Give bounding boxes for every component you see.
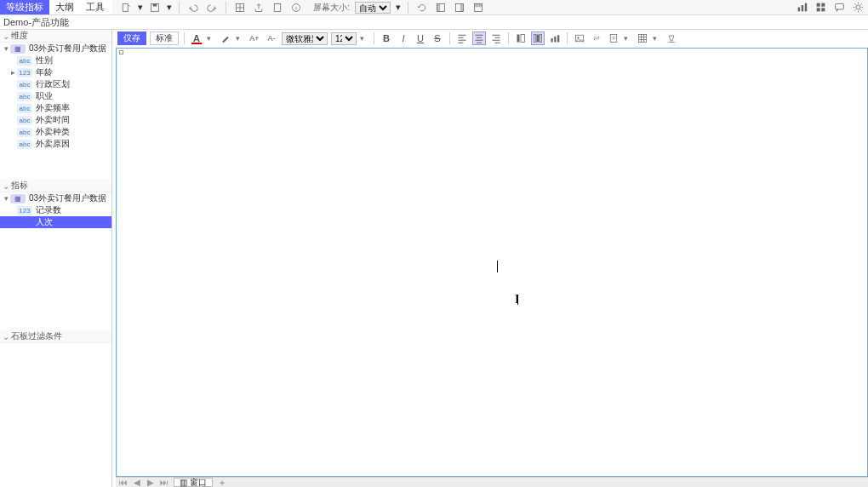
page-tab[interactable]: ▥ 窗口 (174, 478, 213, 487)
screen-size-select[interactable]: 自动 (355, 2, 391, 14)
nav-prev-icon[interactable]: ◀ (133, 478, 141, 487)
save-button[interactable] (148, 1, 162, 14)
info-icon[interactable] (289, 1, 303, 14)
add-page-button[interactable]: ＋ (218, 477, 226, 488)
bottom-bar: ⏮ ◀ ▶ ⏭ ▥ 窗口 ＋ (116, 477, 868, 487)
font-family-select[interactable]: 微软雅黑 (282, 32, 328, 45)
page-icon[interactable] (271, 1, 284, 14)
dim-item[interactable]: abc外卖频率 (0, 102, 111, 114)
metric-root[interactable]: ▾▦ 03外卖订餐用户数据 (0, 192, 111, 204)
insert-chart-button[interactable] (548, 32, 562, 45)
separator (226, 2, 226, 14)
chevron-down-icon: ⌄ (3, 181, 11, 191)
dim-item[interactable]: ▸123年龄 (0, 66, 111, 78)
editor-canvas[interactable]: I (116, 48, 868, 477)
dropdown-icon[interactable]: ▾ (360, 34, 368, 43)
menu-item-indicators[interactable]: 等级指标 (0, 0, 49, 14)
editor-tab-standard[interactable]: 标准 (150, 32, 179, 45)
dropdown-icon[interactable]: ▾ (624, 34, 632, 43)
editor-toolbar: 仅存 标准 A ▾ ▾ A+ A- 微软雅黑 12 ▾ B I U S ▾ ▾ (116, 31, 868, 46)
dropdown-icon[interactable]: ▾ (138, 2, 143, 13)
underline-button[interactable]: U (414, 32, 427, 45)
svg-rect-30 (554, 37, 556, 43)
separator (179, 2, 180, 14)
dim-item[interactable]: abc行政区划 (0, 78, 111, 90)
dropdown-icon[interactable]: ▾ (207, 34, 215, 43)
separator (508, 32, 509, 44)
clear-format-button[interactable] (665, 32, 678, 45)
svg-rect-12 (460, 3, 464, 11)
dropdown-icon[interactable]: ▾ (236, 34, 244, 43)
svg-rect-21 (821, 8, 825, 11)
svg-rect-25 (521, 35, 525, 43)
font-size-select[interactable]: 12 (331, 32, 357, 45)
dim-item[interactable]: abc外卖原因 (0, 138, 111, 150)
highlight-button[interactable] (219, 32, 232, 45)
dropdown-icon[interactable]: ▾ (396, 2, 401, 13)
section-header-filter[interactable]: ⌄ 石板过滤条件 (0, 330, 111, 343)
align-right-button[interactable] (489, 32, 503, 45)
chart-panel-icon[interactable] (795, 1, 808, 14)
menu-item-outline[interactable]: 大纲 (49, 0, 80, 14)
refresh-button[interactable] (415, 1, 429, 14)
font-color-button[interactable]: A (190, 32, 203, 45)
nav-first-icon[interactable]: ⏮ (119, 478, 128, 487)
new-file-button[interactable] (119, 1, 133, 14)
insert-link-button[interactable] (590, 32, 603, 45)
svg-rect-35 (639, 35, 647, 43)
menu-item-tools[interactable]: 工具 (80, 0, 111, 14)
dim-item-label: 外卖频率 (36, 102, 70, 114)
align-left-button[interactable] (455, 32, 469, 45)
dim-item[interactable]: abc性别 (0, 54, 111, 66)
insert-col-left-button[interactable] (514, 32, 528, 45)
nav-last-icon[interactable]: ⏭ (160, 478, 168, 487)
italic-button[interactable]: I (397, 32, 410, 45)
layout-button-1[interactable] (434, 1, 448, 14)
strikethrough-button[interactable]: S (431, 32, 444, 45)
undo-button[interactable] (186, 1, 200, 14)
main-area: ▾ ▾ 屏幕大小: 自动 ▾ 仅存 标准 A ▾ ▾ (112, 0, 868, 487)
settings-icon[interactable] (851, 1, 865, 14)
editor-tab-save[interactable]: 仅存 (117, 32, 146, 45)
nav-next-icon[interactable]: ▶ (146, 478, 155, 487)
dropdown-icon[interactable]: ▾ (653, 34, 661, 43)
grid-icon[interactable] (233, 1, 247, 14)
dim-item[interactable]: abc外卖种类 (0, 126, 111, 138)
ibeam-icon: I (515, 293, 519, 307)
resize-handle-icon[interactable] (119, 50, 123, 54)
redo-button[interactable] (205, 1, 219, 14)
svg-rect-14 (474, 3, 482, 7)
metric-item-selected[interactable]: 人次 (0, 216, 111, 228)
main-toolbar: ▾ ▾ 屏幕大小: 自动 ▾ (112, 0, 868, 15)
share-icon[interactable] (252, 1, 266, 14)
svg-rect-16 (801, 5, 802, 11)
font-increase-button[interactable]: A+ (248, 32, 261, 45)
metric-item-label: 记录数 (36, 204, 61, 216)
dim-item[interactable]: abc职业 (0, 90, 111, 102)
insert-table-button[interactable] (636, 32, 649, 45)
align-center-button[interactable] (472, 32, 486, 45)
dim-item-label: 职业 (36, 90, 53, 102)
dropdown-icon[interactable]: ▾ (167, 2, 172, 13)
insert-attachment-button[interactable] (607, 32, 620, 45)
metric-item[interactable]: 123记录数 (0, 204, 111, 216)
layout-button-3[interactable] (471, 1, 485, 14)
layout-button-2[interactable] (453, 1, 466, 14)
grid-panel-icon[interactable] (814, 1, 827, 14)
svg-rect-26 (537, 35, 540, 43)
svg-rect-19 (821, 3, 825, 7)
section-header-metrics[interactable]: ⌄ 指标 (0, 180, 111, 192)
separator (449, 32, 450, 44)
section-header-dimensions[interactable]: ⌄ 维度 (0, 30, 111, 43)
dim-item-label: 行政区划 (36, 78, 70, 90)
font-decrease-button[interactable]: A- (265, 32, 278, 45)
dim-item[interactable]: abc外卖时间 (0, 114, 111, 126)
insert-image-button[interactable] (573, 32, 586, 45)
svg-rect-29 (551, 38, 553, 43)
bold-button[interactable]: B (380, 32, 393, 45)
message-panel-icon[interactable] (832, 1, 846, 14)
chevron-down-icon: ⌄ (3, 332, 11, 341)
dim-root[interactable]: ▾▦ 03外卖订餐用户数据 (0, 43, 111, 54)
insert-col-center-button[interactable] (531, 32, 545, 45)
svg-rect-10 (437, 3, 440, 11)
